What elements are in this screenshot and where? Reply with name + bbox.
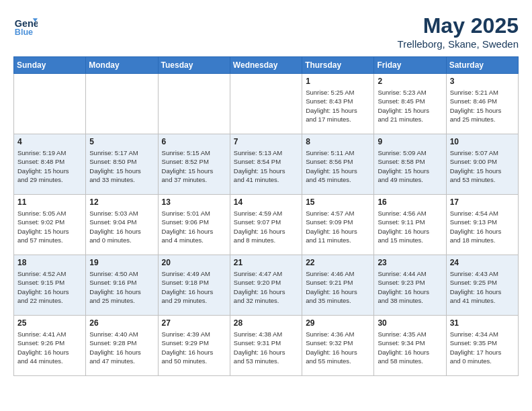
calendar-cell: 20Sunrise: 4:49 AM Sunset: 9:18 PM Dayli… (158, 255, 230, 316)
weekday-header-wednesday: Wednesday (230, 57, 302, 74)
calendar-header-row: SundayMondayTuesdayWednesdayThursdayFrid… (14, 57, 519, 74)
weekday-header-monday: Monday (86, 57, 158, 74)
calendar-cell: 2Sunrise: 5:23 AM Sunset: 8:45 PM Daylig… (374, 74, 446, 134)
day-info: Sunrise: 5:11 AM Sunset: 8:56 PM Dayligh… (306, 148, 370, 184)
weekday-header-thursday: Thursday (302, 57, 374, 74)
calendar-cell (230, 74, 302, 134)
calendar-cell: 15Sunrise: 4:57 AM Sunset: 9:09 PM Dayli… (302, 195, 374, 255)
day-number: 17 (450, 197, 515, 207)
day-number: 6 (162, 137, 226, 146)
day-info: Sunrise: 5:21 AM Sunset: 8:46 PM Dayligh… (450, 88, 515, 124)
day-number: 7 (234, 137, 298, 146)
calendar-week-1: 1Sunrise: 5:25 AM Sunset: 8:43 PM Daylig… (14, 74, 519, 134)
calendar-cell: 21Sunrise: 4:47 AM Sunset: 9:20 PM Dayli… (230, 255, 302, 316)
calendar-cell: 13Sunrise: 5:01 AM Sunset: 9:06 PM Dayli… (158, 195, 230, 255)
calendar-body: 1Sunrise: 5:25 AM Sunset: 8:43 PM Daylig… (14, 74, 519, 376)
day-info: Sunrise: 5:09 AM Sunset: 8:58 PM Dayligh… (378, 148, 442, 184)
page-header: General Blue May 2025 Trelleborg, Skane,… (13, 13, 519, 50)
calendar-cell: 26Sunrise: 4:40 AM Sunset: 9:28 PM Dayli… (86, 316, 158, 376)
calendar-cell: 31Sunrise: 4:34 AM Sunset: 9:35 PM Dayli… (446, 316, 518, 376)
day-info: Sunrise: 4:49 AM Sunset: 9:18 PM Dayligh… (162, 269, 226, 305)
calendar-cell (14, 74, 86, 134)
day-info: Sunrise: 4:40 AM Sunset: 9:28 PM Dayligh… (89, 330, 154, 365)
calendar-cell: 14Sunrise: 4:59 AM Sunset: 9:07 PM Dayli… (230, 195, 302, 255)
calendar-cell: 28Sunrise: 4:38 AM Sunset: 9:31 PM Dayli… (230, 316, 302, 376)
day-info: Sunrise: 4:50 AM Sunset: 9:16 PM Dayligh… (89, 269, 154, 305)
location: Trelleborg, Skane, Sweden (398, 38, 519, 50)
day-info: Sunrise: 5:07 AM Sunset: 9:00 PM Dayligh… (450, 148, 515, 184)
calendar-cell: 30Sunrise: 4:35 AM Sunset: 9:34 PM Dayli… (374, 316, 446, 376)
calendar-table: SundayMondayTuesdayWednesdayThursdayFrid… (13, 56, 519, 376)
calendar-week-4: 18Sunrise: 4:52 AM Sunset: 9:15 PM Dayli… (14, 255, 519, 316)
weekday-header-tuesday: Tuesday (158, 57, 230, 74)
day-number: 22 (306, 258, 370, 267)
calendar-cell: 1Sunrise: 5:25 AM Sunset: 8:43 PM Daylig… (302, 74, 374, 134)
calendar-cell: 16Sunrise: 4:56 AM Sunset: 9:11 PM Dayli… (374, 195, 446, 255)
day-number: 26 (89, 318, 154, 328)
calendar-cell: 24Sunrise: 4:43 AM Sunset: 9:25 PM Dayli… (446, 255, 518, 316)
calendar-cell: 11Sunrise: 5:05 AM Sunset: 9:02 PM Dayli… (14, 195, 86, 255)
day-number: 24 (450, 258, 515, 267)
day-number: 15 (306, 197, 370, 207)
day-info: Sunrise: 4:46 AM Sunset: 9:21 PM Dayligh… (306, 269, 370, 305)
day-info: Sunrise: 4:43 AM Sunset: 9:25 PM Dayligh… (450, 269, 515, 305)
calendar-cell: 22Sunrise: 4:46 AM Sunset: 9:21 PM Dayli… (302, 255, 374, 316)
day-number: 18 (17, 258, 82, 267)
day-info: Sunrise: 5:23 AM Sunset: 8:45 PM Dayligh… (378, 88, 442, 124)
day-info: Sunrise: 4:39 AM Sunset: 9:29 PM Dayligh… (162, 330, 226, 365)
day-number: 5 (89, 137, 154, 146)
calendar-cell: 19Sunrise: 4:50 AM Sunset: 9:16 PM Dayli… (86, 255, 158, 316)
day-number: 25 (17, 318, 82, 328)
day-info: Sunrise: 5:03 AM Sunset: 9:04 PM Dayligh… (89, 209, 154, 244)
day-number: 20 (162, 258, 226, 267)
day-info: Sunrise: 4:38 AM Sunset: 9:31 PM Dayligh… (234, 330, 298, 365)
day-number: 28 (234, 318, 298, 328)
day-info: Sunrise: 4:36 AM Sunset: 9:32 PM Dayligh… (306, 330, 370, 365)
calendar-cell: 12Sunrise: 5:03 AM Sunset: 9:04 PM Dayli… (86, 195, 158, 255)
title-block: May 2025 Trelleborg, Skane, Sweden (398, 13, 519, 50)
day-info: Sunrise: 5:19 AM Sunset: 8:48 PM Dayligh… (17, 148, 82, 184)
day-number: 11 (17, 197, 82, 207)
calendar-cell (158, 74, 230, 134)
calendar-cell: 17Sunrise: 4:54 AM Sunset: 9:13 PM Dayli… (446, 195, 518, 255)
calendar-cell: 5Sunrise: 5:17 AM Sunset: 8:50 PM Daylig… (86, 134, 158, 195)
day-number: 29 (306, 318, 370, 328)
logo: General Blue (13, 13, 38, 38)
calendar-week-3: 11Sunrise: 5:05 AM Sunset: 9:02 PM Dayli… (14, 195, 519, 255)
day-number: 1 (306, 77, 370, 86)
day-info: Sunrise: 4:57 AM Sunset: 9:09 PM Dayligh… (306, 209, 370, 244)
calendar-cell: 23Sunrise: 4:44 AM Sunset: 9:23 PM Dayli… (374, 255, 446, 316)
day-number: 21 (234, 258, 298, 267)
day-info: Sunrise: 4:34 AM Sunset: 9:35 PM Dayligh… (450, 330, 515, 365)
day-number: 3 (450, 77, 515, 86)
day-number: 23 (378, 258, 442, 267)
day-info: Sunrise: 5:15 AM Sunset: 8:52 PM Dayligh… (162, 148, 226, 184)
month-title: May 2025 (398, 13, 519, 38)
day-info: Sunrise: 4:59 AM Sunset: 9:07 PM Dayligh… (234, 209, 298, 244)
calendar-cell: 6Sunrise: 5:15 AM Sunset: 8:52 PM Daylig… (158, 134, 230, 195)
calendar-cell (86, 74, 158, 134)
day-number: 14 (234, 197, 298, 207)
weekday-header-friday: Friday (374, 57, 446, 74)
day-info: Sunrise: 4:41 AM Sunset: 9:26 PM Dayligh… (17, 330, 82, 365)
day-info: Sunrise: 4:54 AM Sunset: 9:13 PM Dayligh… (450, 209, 515, 244)
calendar-cell: 18Sunrise: 4:52 AM Sunset: 9:15 PM Dayli… (14, 255, 86, 316)
day-info: Sunrise: 5:13 AM Sunset: 8:54 PM Dayligh… (234, 148, 298, 184)
day-info: Sunrise: 5:05 AM Sunset: 9:02 PM Dayligh… (17, 209, 82, 244)
day-number: 31 (450, 318, 515, 328)
calendar-cell: 29Sunrise: 4:36 AM Sunset: 9:32 PM Dayli… (302, 316, 374, 376)
day-number: 30 (378, 318, 442, 328)
day-number: 16 (378, 197, 442, 207)
day-info: Sunrise: 4:47 AM Sunset: 9:20 PM Dayligh… (234, 269, 298, 305)
day-number: 19 (89, 258, 154, 267)
calendar-week-2: 4Sunrise: 5:19 AM Sunset: 8:48 PM Daylig… (14, 134, 519, 195)
logo-icon: General Blue (13, 13, 38, 38)
calendar-cell: 3Sunrise: 5:21 AM Sunset: 8:46 PM Daylig… (446, 74, 518, 134)
calendar-week-5: 25Sunrise: 4:41 AM Sunset: 9:26 PM Dayli… (14, 316, 519, 376)
day-info: Sunrise: 5:17 AM Sunset: 8:50 PM Dayligh… (89, 148, 154, 184)
calendar-cell: 4Sunrise: 5:19 AM Sunset: 8:48 PM Daylig… (14, 134, 86, 195)
calendar-cell: 9Sunrise: 5:09 AM Sunset: 8:58 PM Daylig… (374, 134, 446, 195)
calendar-cell: 7Sunrise: 5:13 AM Sunset: 8:54 PM Daylig… (230, 134, 302, 195)
calendar-cell: 27Sunrise: 4:39 AM Sunset: 9:29 PM Dayli… (158, 316, 230, 376)
day-number: 4 (17, 137, 82, 146)
